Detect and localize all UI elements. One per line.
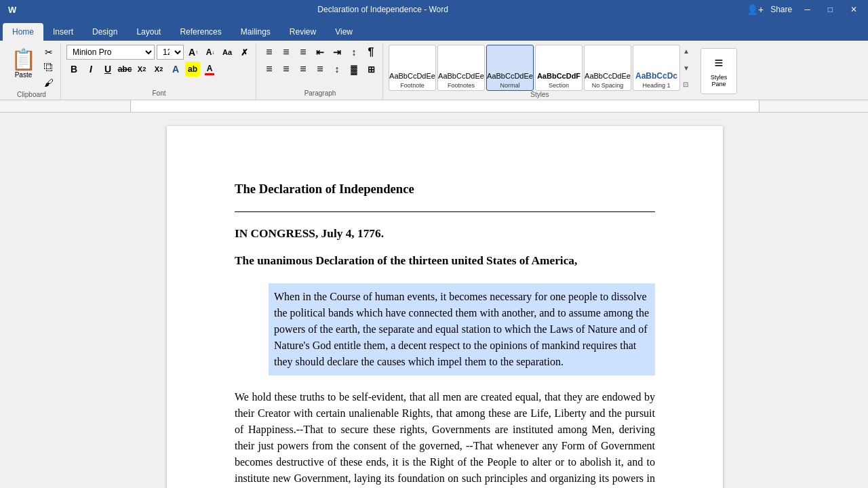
page-area[interactable]: The Declaration of Independence IN CONGR… <box>130 113 760 488</box>
style-footnote[interactable]: AaBbCcDdEe Footnote <box>389 45 436 91</box>
document-page: The Declaration of Independence IN CONGR… <box>167 126 723 488</box>
style-normal[interactable]: AaBbCcDdEe Normal <box>486 45 534 91</box>
font-color-button[interactable]: A <box>202 62 217 77</box>
doc-divider <box>235 211 655 212</box>
font-name-select[interactable]: Minion Pro <box>66 45 155 60</box>
align-right-button[interactable]: ≡ <box>296 62 311 77</box>
clipboard-group: 📋 Paste ✂ ⿻ 🖌 Clipboard <box>3 43 61 100</box>
style-footnotes-preview: AaBbCcDdEe <box>438 72 484 81</box>
font-format-row: B I U abc X2 X2 A ab A <box>66 62 217 77</box>
tab-layout[interactable]: Layout <box>127 23 170 41</box>
text-effects-button[interactable]: A <box>168 62 183 77</box>
font-label: Font <box>66 89 252 98</box>
subscript-button[interactable]: X2 <box>134 62 149 77</box>
clipboard-label: Clipboard <box>7 91 56 100</box>
style-section-label: Section <box>549 82 569 89</box>
title-bar-right: 👤+ Share ─ □ ✕ <box>747 3 863 16</box>
style-section[interactable]: AaBbCcDdF Section <box>535 45 583 91</box>
bold-button[interactable]: B <box>66 62 81 77</box>
clear-formatting-button[interactable]: ✗ <box>237 45 252 60</box>
minimize-button[interactable]: ─ <box>799 3 816 16</box>
styles-pane-icon: ≡ <box>714 54 723 72</box>
styles-group: AaBbCcDdEe Footnote AaBbCcDdEe Footnotes… <box>384 43 695 100</box>
sort-button[interactable]: ↕ <box>347 45 361 60</box>
style-footnote-preview: AaBbCcDdEe <box>389 72 435 81</box>
styles-label: Styles <box>389 91 691 100</box>
paste-icon: 📋 <box>11 47 36 71</box>
styles-gallery: AaBbCcDdEe Footnote AaBbCcDdEe Footnotes… <box>389 45 691 91</box>
font-group: Minion Pro 12 A↑ A↓ Aa ✗ B I U abc X2 X2… <box>62 43 256 100</box>
bullets-button[interactable]: ≡ <box>262 45 277 60</box>
right-margin <box>760 113 868 488</box>
style-section-preview: AaBbCcDdF <box>537 72 580 81</box>
increase-indent-button[interactable]: ⇥ <box>330 45 344 60</box>
style-no-spacing-label: No Spacing <box>592 82 624 89</box>
underline-button[interactable]: U <box>100 62 115 77</box>
italic-button[interactable]: I <box>83 62 98 77</box>
align-center-button[interactable]: ≡ <box>279 62 294 77</box>
style-footnotes-label: Footnotes <box>448 82 475 89</box>
format-painter-icon: 🖌 <box>44 78 54 89</box>
doc-congress-line: IN CONGRESS, July 4, 1776. <box>235 226 655 242</box>
font-size-select[interactable]: 12 <box>157 45 184 60</box>
paste-label: Paste <box>15 71 33 79</box>
para-top-row: ≡ ≡ ≡ ⇤ ⇥ ↕ ¶ <box>262 45 378 60</box>
paragraph-label: Paragraph <box>262 89 378 98</box>
style-normal-preview: AaBbCcDdEe <box>487 72 533 81</box>
copy-button[interactable]: ⿻ <box>41 60 56 75</box>
styles-pane-group: ≡ Styles Pane <box>696 43 741 100</box>
copy-icon: ⿻ <box>44 62 54 73</box>
style-footnotes[interactable]: AaBbCcDdEe Footnotes <box>437 45 485 91</box>
tab-design[interactable]: Design <box>83 23 127 41</box>
ruler <box>0 100 868 113</box>
style-heading1[interactable]: AaBbCcDc Heading 1 <box>633 45 680 91</box>
tab-review[interactable]: Review <box>280 23 326 41</box>
share-icon: 👤+ <box>747 4 764 15</box>
tab-view[interactable]: View <box>326 23 362 41</box>
ribbon: 📋 Paste ✂ ⿻ 🖌 Clipboard Minion Pro <box>0 41 868 100</box>
decrease-indent-button[interactable]: ⇤ <box>313 45 328 60</box>
line-spacing-button[interactable]: ↕ <box>330 62 344 77</box>
strikethrough-button[interactable]: abc <box>117 62 132 77</box>
paste-button[interactable]: 📋 Paste <box>7 45 40 81</box>
tab-insert[interactable]: Insert <box>43 23 83 41</box>
borders-button[interactable]: ⊞ <box>363 62 378 77</box>
ruler-bar <box>130 100 760 112</box>
doc-title: The Declaration of Independence <box>235 180 655 198</box>
multilevel-list-button[interactable]: ≡ <box>296 45 311 60</box>
word-logo-icon: W <box>5 4 19 16</box>
highlight-button[interactable]: ab <box>185 62 200 77</box>
show-formatting-button[interactable]: ¶ <box>363 45 378 60</box>
style-more-button[interactable]: ▲ ▼ ⊡ <box>682 45 691 91</box>
tab-home[interactable]: Home <box>3 23 43 41</box>
doc-subtitle: The unanimous Declaration of the thirtee… <box>235 253 655 269</box>
left-margin <box>0 113 130 488</box>
share-label[interactable]: Share <box>770 5 792 14</box>
clipboard-small-buttons: ✂ ⿻ 🖌 <box>41 45 56 91</box>
align-left-button[interactable]: ≡ <box>262 62 277 77</box>
styles-pane-label: Styles Pane <box>711 74 728 87</box>
ribbon-tabs: Home Insert Design Layout References Mai… <box>0 19 868 41</box>
style-heading1-label: Heading 1 <box>642 82 670 89</box>
maximize-button[interactable]: □ <box>823 3 838 16</box>
doc-blockquote: When in the Course of human events, it b… <box>269 283 655 375</box>
para-bottom-row: ≡ ≡ ≡ ≡ ↕ ▓ ⊞ <box>262 62 378 77</box>
style-no-spacing[interactable]: AaBbCcDdEe No Spacing <box>584 45 631 91</box>
justify-button[interactable]: ≡ <box>313 62 328 77</box>
styles-pane-button[interactable]: ≡ Styles Pane <box>701 48 737 94</box>
numbering-button[interactable]: ≡ <box>279 45 294 60</box>
format-painter-button[interactable]: 🖌 <box>41 76 56 91</box>
change-case-button[interactable]: Aa <box>220 45 235 60</box>
style-no-spacing-preview: AaBbCcDdEe <box>585 72 631 81</box>
tab-mailings[interactable]: Mailings <box>231 23 280 41</box>
font-shrink-button[interactable]: A↓ <box>203 45 218 60</box>
styles-pane-group-label <box>701 97 737 98</box>
shading-button[interactable]: ▓ <box>347 62 361 77</box>
tab-references[interactable]: References <box>170 23 231 41</box>
font-name-row: Minion Pro 12 A↑ A↓ Aa ✗ <box>66 45 252 60</box>
font-grow-button[interactable]: A↑ <box>186 45 201 60</box>
close-button[interactable]: ✕ <box>845 3 863 16</box>
cut-button[interactable]: ✂ <box>41 45 56 60</box>
style-heading1-preview: AaBbCcDc <box>635 71 677 81</box>
superscript-button[interactable]: X2 <box>151 62 166 77</box>
